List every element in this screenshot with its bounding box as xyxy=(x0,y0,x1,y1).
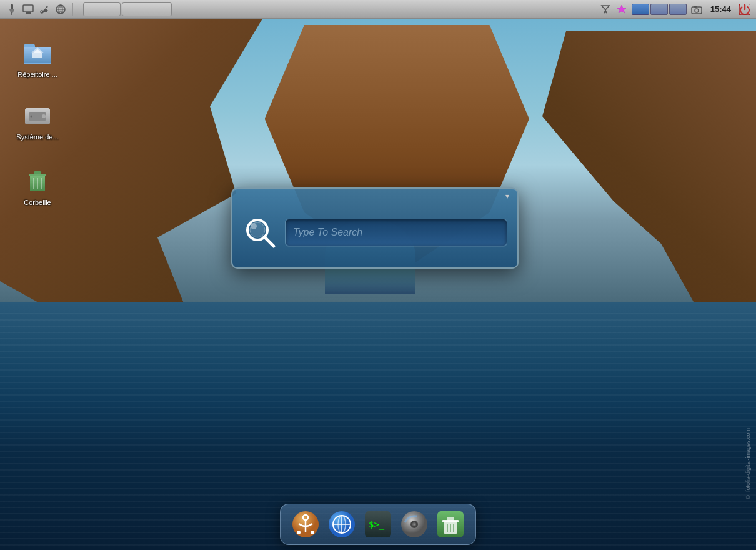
taskbar-left-icons xyxy=(0,2,81,16)
search-dialog-titlebar: ▾ xyxy=(232,189,517,202)
svg-rect-3 xyxy=(23,5,33,12)
window-button-2[interactable] xyxy=(122,2,172,16)
dock-item-anchor[interactable] xyxy=(289,508,322,541)
workspace-3[interactable] xyxy=(669,4,687,15)
taskbar-window-area xyxy=(81,2,174,16)
svg-rect-4 xyxy=(26,12,31,14)
window-button-1[interactable] xyxy=(83,2,121,16)
repertoire-label: Répertoire ... xyxy=(17,71,57,79)
desktop-background xyxy=(0,0,756,550)
desktop-icon-systeme[interactable]: Système de... xyxy=(12,97,62,145)
dock-item-files[interactable] xyxy=(434,508,467,541)
folder-icon xyxy=(22,38,52,68)
dock: $>_ xyxy=(280,504,476,545)
screen-icon[interactable] xyxy=(21,2,35,16)
svg-point-37 xyxy=(251,223,257,229)
svg-marker-12 xyxy=(617,5,626,13)
pin-icon[interactable] xyxy=(5,2,19,16)
svg-point-26 xyxy=(31,116,32,118)
search-input[interactable] xyxy=(293,227,499,238)
watermark: © fotolia-digital-images.com xyxy=(745,428,751,500)
corbeille-label: Corbeille xyxy=(24,199,51,207)
camera-icon[interactable] xyxy=(690,3,703,16)
svg-point-25 xyxy=(42,114,46,118)
systeme-label: Système de... xyxy=(16,133,58,141)
network-icon[interactable] xyxy=(54,2,67,16)
search-dialog-body xyxy=(232,202,517,268)
search-input-container[interactable] xyxy=(285,219,507,246)
search-icon-large xyxy=(242,215,277,250)
dock-item-media[interactable] xyxy=(398,508,430,541)
clock-display: 15:44 xyxy=(707,3,735,15)
svg-rect-5 xyxy=(27,12,29,12)
hdd-icon xyxy=(22,101,52,131)
svg-point-53 xyxy=(414,524,415,526)
cursor-icon[interactable] xyxy=(599,3,612,16)
desktop-icon-corbeille[interactable]: Corbeille xyxy=(12,162,62,211)
taskbar-separator-1 xyxy=(72,3,73,16)
svg-rect-57 xyxy=(447,517,454,521)
dock-item-terminal[interactable]: $>_ xyxy=(362,508,394,541)
taskbar-right: 15:44 xyxy=(594,3,756,16)
svg-point-14 xyxy=(695,9,699,12)
svg-rect-30 xyxy=(34,171,41,174)
svg-line-36 xyxy=(264,237,274,246)
workspace-2[interactable] xyxy=(650,4,668,15)
taskbar-top: 15:44 xyxy=(0,0,756,19)
tool-icon[interactable] xyxy=(37,2,51,16)
svg-point-41 xyxy=(297,531,301,534)
power-icon[interactable] xyxy=(739,3,751,16)
desktop-icon-repertoire[interactable]: Répertoire ... xyxy=(12,34,62,82)
svg-point-42 xyxy=(311,531,314,534)
svg-rect-15 xyxy=(694,6,697,8)
star-icon[interactable] xyxy=(615,3,628,16)
search-dialog: ▾ xyxy=(231,188,519,269)
dock-item-browser[interactable] xyxy=(326,508,358,541)
search-dropdown-arrow[interactable]: ▾ xyxy=(502,191,512,201)
trash-icon xyxy=(22,166,52,196)
svg-rect-0 xyxy=(11,4,13,9)
svg-text:$>_: $>_ xyxy=(369,519,385,530)
workspace-1[interactable] xyxy=(632,4,649,15)
